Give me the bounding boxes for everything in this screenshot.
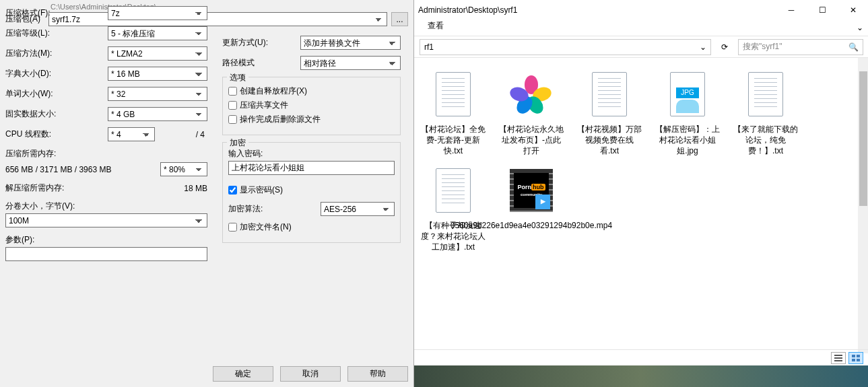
txt-file-icon (436, 168, 471, 213)
menu-view[interactable]: 查看 (428, 20, 444, 32)
search-box[interactable]: 搜索"syrf1" 🔍 (738, 39, 863, 55)
solid-label: 固实数据大小: (5, 108, 108, 120)
close-button[interactable]: ✕ (838, 0, 868, 20)
opt-delete[interactable]: 操作完成后删除源文件 (228, 114, 395, 125)
dict-label: 字典大小(D): (5, 68, 108, 79)
opt-sfx-checkbox[interactable] (228, 87, 237, 96)
svg-rect-5 (852, 359, 855, 361)
ok-button[interactable]: 确定 (213, 366, 273, 382)
mem-decomp-value: 18 MB (184, 184, 207, 193)
search-placeholder: 搜索"syrf1" (743, 41, 782, 52)
file-item[interactable]: Pornhubcommunity▶0560a9d226e1d9ea4e03291… (499, 164, 564, 253)
desktop-wallpaper (414, 365, 868, 387)
opt-share[interactable]: 压缩共享文件 (228, 100, 395, 111)
scroll-thumb[interactable] (859, 71, 867, 206)
threads-max: / 4 (155, 130, 207, 139)
password-label: 输入密码: (228, 148, 395, 160)
format-label: 压缩格式(F): (5, 7, 108, 19)
encrypt-names[interactable]: 加密文件名(N) (228, 221, 395, 233)
solid-select[interactable]: * 4 GB (108, 107, 207, 121)
pathmode-label: 路径模式 (222, 57, 300, 69)
options-group: 选项 创建自释放程序(X) 压缩共享文件 操作完成后删除源文件 (222, 77, 401, 135)
file-name: 【村花视频】万部视频免费在线看.txt (577, 124, 642, 157)
show-password[interactable]: 显示密码(S) (228, 184, 395, 196)
maximize-button[interactable]: ☐ (807, 0, 838, 20)
encrypt-names-checkbox[interactable] (228, 223, 237, 232)
jpg-file-icon: JPG (670, 72, 705, 116)
dict-select[interactable]: * 16 MB (108, 67, 207, 81)
opt-share-checkbox[interactable] (228, 101, 237, 110)
view-icons-button[interactable] (848, 352, 863, 364)
file-item[interactable]: 【有种子却没速度？来村花论坛人工加速】.txt (421, 164, 486, 253)
file-name: 【来了就能下载的论坛，纯免费！】.txt (733, 124, 798, 157)
split-label: 分卷大小，字节(V): (5, 201, 207, 212)
title-path: Administrator\Desktop\syrf1 (418, 5, 517, 15)
search-icon: 🔍 (848, 42, 859, 52)
browser-icon (512, 75, 550, 113)
file-item[interactable]: JPG【解压密码】：上村花论坛看小姐姐.jpg (655, 67, 720, 157)
refresh-button[interactable]: ⟳ (716, 39, 733, 55)
svg-rect-6 (857, 359, 860, 361)
word-label: 单词大小(W): (5, 88, 108, 100)
mem-decomp-label: 解压缩所需内存: (5, 182, 184, 194)
file-name: 0560a9d226e1d9ea4e03291294b92b0e.mp4 (450, 220, 612, 231)
txt-file-icon (436, 72, 471, 116)
pathmode-select[interactable]: 相对路径 (300, 56, 401, 70)
svg-rect-3 (852, 355, 855, 357)
ribbon-expand-icon[interactable]: ⌄ (857, 23, 863, 32)
enc-method-select[interactable]: AES-256 (321, 202, 395, 216)
titlebar: Administrator\Desktop\syrf1 ─ ☐ ✕ (414, 0, 868, 20)
method-select[interactable]: * LZMA2 (108, 46, 207, 61)
encryption-group: 加密 输入密码: 显示密码(S) 加密算法:AES-256 加密文件名(N) (222, 142, 401, 243)
svg-rect-2 (834, 360, 842, 361)
scrollbar[interactable] (858, 58, 868, 353)
cancel-button[interactable]: 取消 (280, 366, 341, 382)
format-select[interactable]: 7z (108, 6, 207, 20)
update-select[interactable]: 添加并替换文件 (300, 36, 401, 50)
play-icon: ▶ (535, 195, 550, 209)
options-title: 选项 (227, 72, 248, 83)
address-text: rf1 (424, 42, 434, 52)
browse-button[interactable]: ... (391, 12, 408, 26)
encryption-title: 加密 (227, 137, 248, 149)
svg-rect-4 (857, 355, 860, 357)
file-name: 【村花论坛】全免费-无套路-更新快.txt (421, 124, 486, 157)
params-label: 参数(P): (5, 234, 207, 246)
params-input[interactable] (5, 247, 207, 261)
svg-rect-1 (834, 357, 842, 359)
compress-dialog: C:\Users\Administrator\Desktop\ 压缩包(A) s… (0, 0, 414, 387)
file-item[interactable]: 【村花论坛永久地址发布页】-点此打开 (499, 67, 564, 157)
threads-select[interactable]: * 4 (108, 127, 155, 141)
file-item[interactable]: 【村花视频】万部视频免费在线看.txt (577, 67, 642, 157)
level-select[interactable]: 5 - 标准压缩 (108, 26, 207, 40)
enc-method-label: 加密算法: (228, 203, 321, 215)
word-select[interactable]: * 32 (108, 87, 207, 101)
mem-comp-value: 656 MB / 3171 MB / 3963 MB (5, 165, 160, 174)
address-bar[interactable]: rf1 ⌄ (420, 39, 711, 55)
opt-sfx[interactable]: 创建自释放程序(X) (228, 85, 395, 97)
address-dropdown-icon[interactable]: ⌄ (700, 42, 706, 52)
file-item[interactable]: 【来了就能下载的论坛，纯免费！】.txt (733, 67, 798, 157)
mem-comp-label: 压缩所需内存: (5, 148, 207, 160)
split-select[interactable]: 100M (5, 213, 207, 227)
password-input[interactable] (228, 161, 395, 175)
minimize-button[interactable]: ─ (776, 0, 807, 20)
explorer-window: Administrator\Desktop\syrf1 ─ ☐ ✕ 查看 ⌄ r… (414, 0, 868, 387)
file-item[interactable]: 【村花论坛】全免费-无套路-更新快.txt (421, 67, 486, 157)
file-name: 【解压密码】：上村花论坛看小姐姐.jpg (655, 124, 720, 157)
txt-file-icon (748, 72, 783, 116)
svg-rect-0 (834, 355, 842, 356)
threads-label: CPU 线程数: (5, 129, 108, 140)
menubar: 查看 ⌄ (414, 20, 868, 36)
view-details-button[interactable] (831, 352, 846, 364)
opt-delete-checkbox[interactable] (228, 115, 237, 124)
mp4-file-icon: Pornhubcommunity▶ (510, 169, 553, 212)
update-label: 更新方式(U): (222, 37, 300, 48)
file-name: 【村花论坛永久地址发布页】-点此打开 (499, 124, 564, 157)
file-list: 【村花论坛】全免费-无套路-更新快.txt【村花论坛永久地址发布页】-点此打开【… (414, 58, 868, 262)
show-password-checkbox[interactable] (228, 186, 237, 195)
level-label: 压缩等级(L): (5, 28, 108, 39)
mem-pct-select[interactable]: * 80% (160, 162, 207, 176)
help-button[interactable]: 帮助 (347, 366, 408, 382)
statusbar (414, 349, 868, 365)
